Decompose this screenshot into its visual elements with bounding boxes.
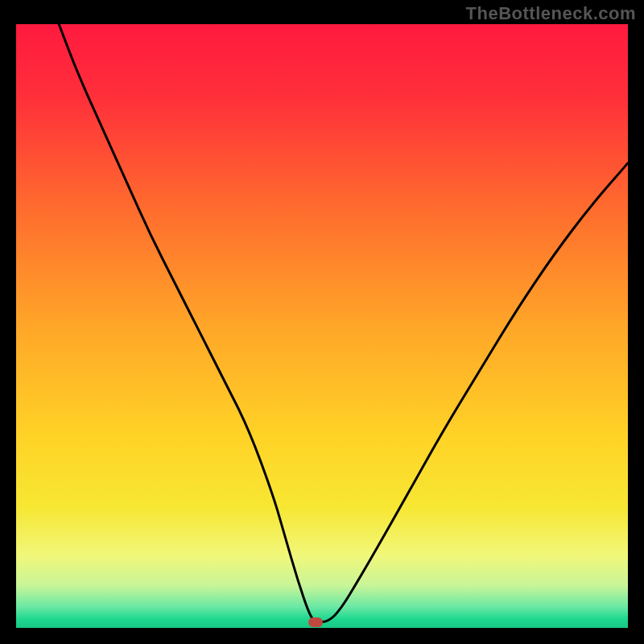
- plot-area: [16, 24, 628, 628]
- bottleneck-curve: [16, 24, 628, 628]
- current-selection-marker: [308, 617, 323, 627]
- watermark-text: TheBottleneck.com: [466, 3, 636, 24]
- chart-frame: TheBottleneck.com: [0, 0, 644, 644]
